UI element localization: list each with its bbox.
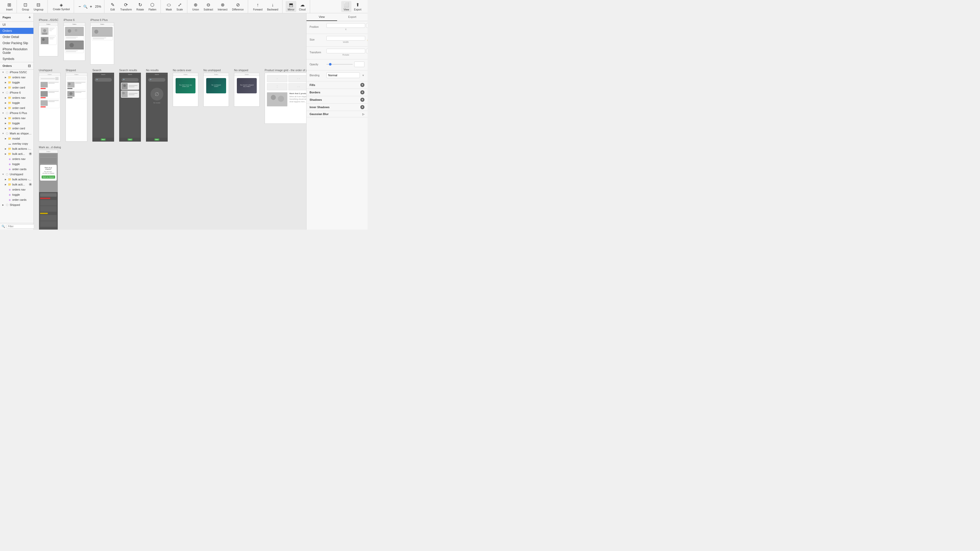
opacity-value-input[interactable] <box>354 62 364 67</box>
layer-bulk-actions-2-label: bulk actions -... <box>12 178 32 181</box>
layer-overlay-copy[interactable]: ▬ overlay copy <box>0 141 33 146</box>
rotate-button[interactable]: Rotate <box>135 1 146 12</box>
borders-section-header[interactable]: Borders + <box>307 89 368 96</box>
layer-toggle-2[interactable]: ▶ 📁 toggle <box>0 100 33 105</box>
layer-iphone-6-plus[interactable]: ▼ ⬡ iPhone 6 Plus <box>0 110 33 116</box>
transform-button[interactable]: Transform <box>118 1 134 12</box>
flip-input[interactable] <box>366 49 368 53</box>
union-button[interactable]: Union <box>190 1 201 12</box>
layer-bulk-acti-1[interactable]: ▶ 📁 bulk acti... 👁 <box>0 151 33 156</box>
x-input[interactable] <box>326 23 365 28</box>
zoom-plus-button[interactable]: + <box>88 4 94 9</box>
add-page-button[interactable]: + <box>29 15 31 19</box>
inner-shadows-section-header[interactable]: Inner Shadows + <box>307 103 368 111</box>
mask-button[interactable]: Mask <box>164 1 174 12</box>
bottom-bar-no-results: Mark <box>146 138 167 141</box>
layer-bulk-actions-1[interactable]: ▶ 📁 bulk actions -... <box>0 146 33 151</box>
add-shadow-button[interactable]: + <box>360 98 364 102</box>
layer-iphone-6[interactable]: ▼ ⬡ iPhone 6 <box>0 90 33 95</box>
layer-mark-shipped-dialog[interactable]: ▼ ⬡ Mark as shipped dialog <box>0 131 33 136</box>
page-item-orders[interactable]: Orders <box>0 28 33 34</box>
layers-collapse-button[interactable]: ⊟ <box>28 64 31 68</box>
layer-toggle-5[interactable]: ◈ toggle <box>0 192 33 197</box>
artboard-no-orders-ever[interactable]: Orders You don't have anyorders yet <box>173 73 198 106</box>
opacity-slider[interactable] <box>326 64 353 65</box>
artboard-search-results[interactable]: Search 🔍 <box>119 73 141 141</box>
layer-shipped[interactable]: ▶ ⬡ Shipped <box>0 202 33 207</box>
artboard-unshipped[interactable]: Orders <box>39 73 60 141</box>
backward-button[interactable]: Backward <box>265 1 280 12</box>
layer-unshipped[interactable]: ▼ ⬡ Unshipped <box>0 171 33 177</box>
artboard-no-shipped[interactable]: Orders You haven't shippedany orders <box>234 73 259 106</box>
layer-orders-nav-4[interactable]: ◈ orders nav <box>0 156 33 162</box>
page-item-symbols[interactable]: Symbols <box>0 56 33 62</box>
artboard-product-grid[interactable]: + + + ++ ⊞ ++ + + + ⊞ <box>265 73 306 124</box>
difference-button[interactable]: Difference <box>230 1 245 12</box>
layer-iphone-5s-5c[interactable]: ▼ ⬡ iPhone 5S/5C <box>0 70 33 75</box>
artboard-no-results[interactable]: Search 🔍 ∅ No results Mark <box>146 73 168 141</box>
artboard-iphone-6[interactable]: Orders <box>64 22 85 61</box>
cloud-button[interactable]: Cloud <box>297 1 307 12</box>
page-item-order-detail[interactable]: Order Detail <box>0 34 33 40</box>
artboard-dialog[interactable]: Orders Mark all as shipped? This will ma… <box>39 150 58 230</box>
subtract-button[interactable]: Subtract <box>202 1 215 12</box>
layer-bulk-actions-2[interactable]: ▶ 📁 bulk actions -... <box>0 177 33 182</box>
layer-order-card-1[interactable]: ▶ 📁 order card <box>0 85 33 90</box>
layer-toggle-3-label: toggle <box>12 122 32 125</box>
layer-modal[interactable]: ▶ 📁 modal <box>0 136 33 141</box>
artboard-iphone-5s[interactable]: Orders <box>39 22 58 56</box>
shadows-section-header[interactable]: Shadows + <box>307 96 368 103</box>
toolbar-group-view: View Export <box>339 0 366 13</box>
cloud-label: Cloud <box>299 8 305 11</box>
add-fill-button[interactable]: + <box>360 83 364 87</box>
layer-toggle-4[interactable]: ◈ toggle <box>0 162 33 167</box>
layer-order-cards-1[interactable]: ◈ order cards <box>0 167 33 171</box>
create-symbol-button[interactable]: Create Symbol <box>51 2 72 12</box>
page-item-order-packing-slip[interactable]: Order Packing Slip <box>0 40 33 46</box>
layer-toggle-1[interactable]: ▶ 📁 toggle <box>0 80 33 85</box>
artboard-no-unshipped[interactable]: Orders No unshippedorders <box>204 73 229 106</box>
add-border-button[interactable]: + <box>360 90 364 94</box>
ungroup-button[interactable]: Ungroup <box>32 1 45 12</box>
artboard-iphone-6plus[interactable]: Orders <box>90 22 114 65</box>
intersect-button[interactable]: Intersect <box>216 1 229 12</box>
y-input[interactable] <box>366 23 368 28</box>
artboard-search[interactable]: Search 🔍 Mark <box>92 73 114 141</box>
size-inputs: Width 🔒 Height <box>326 36 368 43</box>
add-inner-shadow-button[interactable]: + <box>360 105 364 109</box>
tab-view[interactable]: View <box>307 13 337 21</box>
tab-export[interactable]: Export <box>337 13 368 21</box>
expand-order-card-2-icon: ▶ <box>4 106 7 110</box>
edit-button[interactable]: Edit <box>107 1 118 12</box>
flatten-button[interactable]: Flatten <box>146 1 159 12</box>
forward-button[interactable]: Forward <box>251 1 265 12</box>
page-item-iphone-resolution-guide[interactable]: iPhone Resolution Guide <box>0 46 33 56</box>
layer-order-card-2[interactable]: ▶ 📁 order card <box>0 105 33 110</box>
blending-select[interactable]: Normal <box>326 73 360 78</box>
svg-point-13 <box>68 83 71 85</box>
page-item-ui[interactable]: UI <box>0 22 33 28</box>
export-button[interactable]: Export <box>352 1 363 12</box>
canvas-area[interactable]: iPhone.../5S/5C Orders <box>34 13 306 230</box>
layer-toggle-3[interactable]: ▶ 📁 toggle <box>0 121 33 126</box>
layer-orders-nav-5[interactable]: ◈ orders nav <box>0 187 33 192</box>
gaussian-blur-section-header[interactable]: Gaussian Blur ▷ <box>307 111 368 118</box>
layer-bulk-acti-2[interactable]: ▶ 📁 bulk acti... 👁 <box>0 182 33 187</box>
bottom-bar-dark: Mark <box>93 138 114 141</box>
artboard-shipped[interactable]: Orders <box>65 73 87 141</box>
view-button[interactable]: View <box>341 1 352 12</box>
scale-button[interactable]: Scale <box>175 1 185 12</box>
layer-orders-nav-2[interactable]: ▶ 📁 orders nav <box>0 95 33 100</box>
layer-orders-nav-3[interactable]: ▶ 📁 orders nav <box>0 116 33 121</box>
group-button[interactable]: Group <box>20 1 31 12</box>
width-input[interactable] <box>326 36 365 41</box>
layer-bulk-actions-1-label: bulk actions -... <box>12 147 32 150</box>
mirror-button[interactable]: Mirror <box>286 1 296 12</box>
fills-section-header[interactable]: Fills + <box>307 81 368 89</box>
rotate-input[interactable] <box>326 49 365 53</box>
layer-order-cards-2[interactable]: ◈ order cards <box>0 197 33 202</box>
insert-button[interactable]: Insert <box>4 1 14 12</box>
layer-orders-nav-1[interactable]: ▶ 📁 orders nav <box>0 75 33 80</box>
zoom-minus-button[interactable]: − <box>77 4 82 9</box>
layer-order-card-3[interactable]: ▶ 📁 order card <box>0 126 33 131</box>
